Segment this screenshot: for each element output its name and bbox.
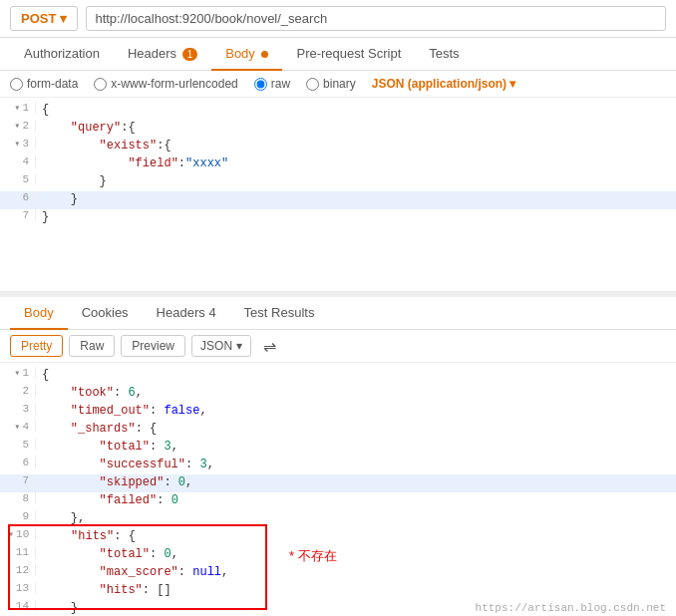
- tab-headers[interactable]: Headers 1: [114, 38, 211, 71]
- form-data-option[interactable]: form-data: [10, 77, 78, 91]
- response-json-dropdown[interactable]: JSON ▾: [191, 335, 251, 357]
- tab-tests[interactable]: Tests: [415, 38, 473, 71]
- response-tab-test-results[interactable]: Test Results: [230, 297, 329, 330]
- request-code-line-4: 4 "field":"xxxx": [0, 155, 676, 173]
- wrap-icon[interactable]: ⇌: [263, 337, 276, 356]
- collapse-arrow-icon[interactable]: ▾: [14, 120, 20, 132]
- request-code-line-5: 5 }: [0, 173, 676, 191]
- top-bar: POST ▾: [0, 0, 676, 38]
- json-type-selector[interactable]: JSON (application/json) ▾: [372, 77, 515, 91]
- resp-line-10: ▾10 "hits": {: [0, 528, 676, 546]
- resp-line-5: 5 "total": 3,: [0, 439, 676, 457]
- resp-line-4: ▾4 "_shards": {: [0, 421, 676, 439]
- resp-line-7: 7 "skipped": 0,: [0, 474, 676, 492]
- response-code-wrapper: ▾1 { 2 "took": 6, 3 "timed_out": false, …: [0, 363, 676, 616]
- resp-line-6: 6 "successful": 3,: [0, 457, 676, 474]
- method-selector[interactable]: POST ▾: [10, 6, 78, 31]
- body-dot-indicator: [261, 51, 268, 58]
- method-arrow-icon: ▾: [60, 11, 67, 26]
- request-code-line-1: ▾1 {: [0, 102, 676, 120]
- tab-prerequest[interactable]: Pre-request Script: [282, 38, 415, 71]
- raw-option[interactable]: raw: [254, 77, 290, 91]
- resp-line-11: 11 "total": 0,: [0, 546, 676, 564]
- response-code-editor[interactable]: ▾1 { 2 "took": 6, 3 "timed_out": false, …: [0, 363, 676, 616]
- format-pretty-button[interactable]: Pretty: [10, 335, 63, 357]
- url-input[interactable]: [86, 6, 666, 31]
- json-type-chevron-icon: ▾: [509, 77, 515, 91]
- resp-line-3: 3 "timed_out": false,: [0, 403, 676, 421]
- tab-authorization[interactable]: Authorization: [10, 38, 114, 71]
- request-tabs: Authorization Headers 1 Body Pre-request…: [0, 38, 676, 71]
- collapse-arrow-icon[interactable]: ▾: [14, 138, 20, 150]
- headers-badge: 1: [182, 48, 198, 61]
- response-format-bar: Pretty Raw Preview JSON ▾ ⇌: [0, 330, 676, 363]
- resp-line-9: 9 },: [0, 510, 676, 528]
- resp-line-8: 8 "failed": 0: [0, 492, 676, 510]
- watermark: https://artisan.blog.csdn.net: [476, 602, 666, 614]
- method-label: POST: [21, 11, 56, 26]
- annotation-label: * 不存在: [289, 547, 337, 565]
- response-tab-cookies[interactable]: Cookies: [68, 297, 143, 330]
- request-code-line-7: 7 }: [0, 209, 676, 227]
- request-code-line-3: ▾3 "exists":{: [0, 138, 676, 155]
- collapse-arrow-icon[interactable]: ▾: [14, 367, 20, 379]
- resp-line-13: 13 "hits": []: [0, 582, 676, 600]
- resp-line-2: 2 "took": 6,: [0, 385, 676, 403]
- request-code-line-6: 6 }: [0, 191, 676, 209]
- request-code-line-2: ▾2 "query":{: [0, 120, 676, 138]
- format-raw-button[interactable]: Raw: [69, 335, 115, 357]
- resp-line-1: ▾1 {: [0, 367, 676, 385]
- tab-body[interactable]: Body: [211, 38, 282, 71]
- request-code-editor[interactable]: ▾1 { ▾2 "query":{ ▾3 "exists":{ 4 "field…: [0, 98, 676, 291]
- format-preview-button[interactable]: Preview: [121, 335, 185, 357]
- json-dropdown-chevron-icon: ▾: [236, 339, 242, 353]
- resp-line-12: 12 "max_score": null,: [0, 564, 676, 582]
- collapse-arrow-icon[interactable]: ▾: [14, 421, 20, 433]
- response-tab-headers[interactable]: Headers 4: [143, 297, 230, 330]
- binary-option[interactable]: binary: [306, 77, 356, 91]
- response-tabs: Body Cookies Headers 4 Test Results: [0, 297, 676, 330]
- response-tab-body[interactable]: Body: [10, 297, 68, 330]
- body-type-options: form-data x-www-form-urlencoded raw bina…: [0, 71, 676, 98]
- response-panel: Body Cookies Headers 4 Test Results Pret…: [0, 297, 676, 616]
- response-headers-badge: 4: [208, 305, 215, 320]
- request-panel: Authorization Headers 1 Body Pre-request…: [0, 38, 676, 297]
- collapse-arrow-icon[interactable]: ▾: [14, 102, 20, 114]
- urlencoded-option[interactable]: x-www-form-urlencoded: [94, 77, 237, 91]
- collapse-arrow-icon[interactable]: ▾: [8, 528, 14, 540]
